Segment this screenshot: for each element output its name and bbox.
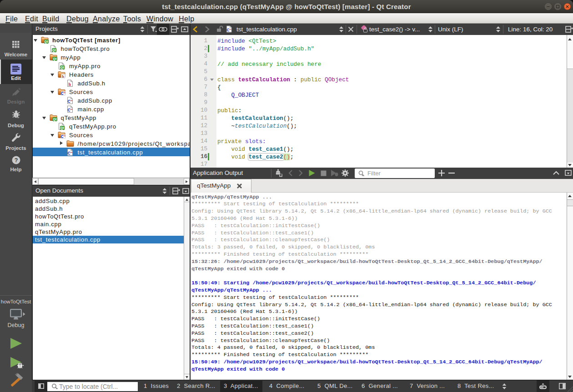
- svg-text:Qt: Qt: [52, 49, 56, 52]
- svg-text:Qt: Qt: [60, 66, 65, 69]
- svg-text:h: h: [62, 74, 64, 78]
- svg-text:Qt: Qt: [53, 118, 57, 121]
- svg-text:Qt: Qt: [53, 57, 57, 61]
- svg-text:Qt: Qt: [60, 126, 65, 130]
- svg-text:Qt: Qt: [44, 40, 48, 44]
- svg-text:?: ?: [15, 157, 18, 164]
- svg-text:h: h: [68, 82, 71, 87]
